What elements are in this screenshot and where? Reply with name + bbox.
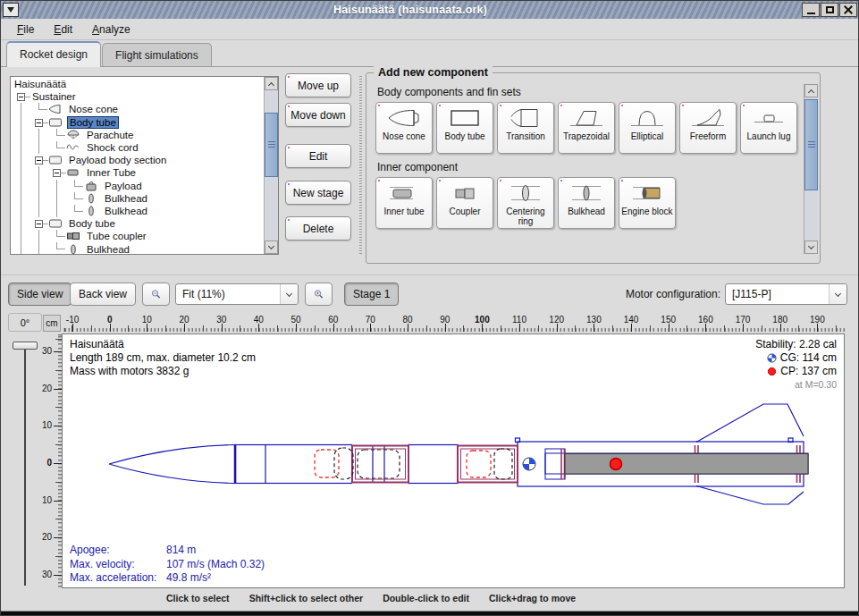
- palette-button-label: Coupler: [449, 207, 480, 216]
- tree-item-label: Payload: [103, 181, 144, 191]
- view-toolbar: Side view Back view Fit (11%) Stage 1 Mo…: [1, 274, 859, 312]
- palette-button-label: Transition: [506, 131, 545, 141]
- scroll-up-button[interactable]: [804, 84, 818, 97]
- scrollbar-thumb[interactable]: [265, 113, 278, 177]
- tree-guide: [13, 180, 30, 192]
- scroll-up-button[interactable]: [265, 77, 278, 90]
- ruler-label: 200: [841, 315, 845, 325]
- tree-item[interactable]: Body tube: [13, 116, 263, 129]
- rotation-slider-handle[interactable]: [13, 342, 38, 350]
- body-tube-icon: [48, 117, 64, 128]
- zoom-in-button[interactable]: [305, 283, 333, 306]
- scroll-down-button[interactable]: [804, 240, 818, 254]
- tree-expander[interactable]: [13, 90, 30, 103]
- window-menu-icon[interactable]: [3, 3, 19, 17]
- maximize-button[interactable]: [821, 3, 838, 17]
- back-view-button[interactable]: Back view: [70, 283, 136, 306]
- bulkhead-icon: [84, 206, 100, 216]
- component-tree-panel: HaisunäätäSustainerNose coneBody tubePar…: [10, 76, 279, 255]
- design-panel: HaisunäätäSustainerNose coneBody tubePar…: [1, 67, 859, 274]
- tree-scrollbar[interactable]: [264, 77, 278, 254]
- ruler-tick: [445, 324, 446, 332]
- palette-button-label: Inner tube: [383, 207, 424, 216]
- tree-item[interactable]: Parachute: [13, 129, 263, 141]
- bulkhead-button[interactable]: Bulkhead: [558, 177, 615, 229]
- menu-edit[interactable]: Edit: [45, 21, 81, 38]
- centering-ring-button[interactable]: Centering ring: [497, 177, 554, 229]
- ruler-label: 50: [282, 315, 309, 325]
- tree-item[interactable]: Payload: [13, 180, 263, 192]
- tree-item[interactable]: Sustainer: [13, 90, 263, 103]
- elliptical-button[interactable]: Elliptical: [619, 102, 676, 154]
- tree-item-label: Bulkhead: [103, 193, 149, 204]
- move-down-button[interactable]: Move down: [285, 103, 351, 127]
- panel-splitter[interactable]: [358, 76, 363, 255]
- nose-cone-button[interactable]: Nose cone: [375, 102, 433, 154]
- rocket-canvas[interactable]: Haisunäätä Length 189 cm, max. diameter …: [62, 333, 845, 588]
- tree-expander[interactable]: [30, 116, 48, 129]
- transition-button[interactable]: Transition: [497, 102, 554, 154]
- ruler-tick: [54, 351, 62, 352]
- tree-item[interactable]: Bulkhead: [13, 205, 263, 217]
- new-stage-button[interactable]: New stage: [285, 181, 351, 205]
- rotation-slider-track[interactable]: [24, 342, 26, 586]
- minimize-button[interactable]: [802, 3, 820, 17]
- vertical-ruler: -30-20-100102030: [42, 333, 62, 588]
- move-up-button[interactable]: Move up: [285, 73, 351, 97]
- stage-1-toggle[interactable]: Stage 1: [344, 283, 399, 306]
- parachute-icon: [66, 130, 82, 140]
- tab-flight-simulations[interactable]: Flight simulations: [102, 43, 212, 66]
- close-button[interactable]: [839, 3, 857, 17]
- menu-file[interactable]: File: [8, 21, 43, 38]
- side-view-button[interactable]: Side view: [8, 283, 72, 306]
- tree-item[interactable]: Nose cone: [13, 103, 263, 115]
- status-hint: Click+drag to move: [489, 593, 576, 603]
- ruler-label: 130: [580, 315, 607, 325]
- tree-expander[interactable]: [30, 154, 48, 166]
- motor-configuration-combo[interactable]: [J115-P]: [725, 283, 847, 305]
- ruler-label: 70: [357, 315, 383, 325]
- tree-guide: [13, 166, 30, 179]
- tree-expander[interactable]: [30, 217, 48, 230]
- cg-marker: [523, 458, 535, 470]
- delete-button[interactable]: Delete: [285, 216, 351, 240]
- body-tube-button[interactable]: Body tube: [436, 102, 493, 154]
- menu-analyze[interactable]: Analyze: [83, 21, 139, 38]
- scrollbar-thumb[interactable]: [804, 99, 818, 190]
- tree-item[interactable]: Inner Tube: [13, 166, 263, 179]
- launch-lug-button[interactable]: Launch lug: [740, 102, 797, 154]
- ruler-label: 90: [432, 315, 459, 325]
- engine-block-button[interactable]: Engine block: [619, 177, 676, 229]
- zoom-level-combo[interactable]: Fit (11%): [175, 283, 299, 305]
- tree-item[interactable]: Bulkhead: [13, 192, 263, 205]
- tree-item[interactable]: Tube coupler: [13, 230, 263, 242]
- ruler-label: 180: [767, 315, 794, 325]
- freeform-button[interactable]: Freeform: [679, 102, 737, 154]
- ruler-tick: [482, 324, 483, 332]
- coupler-button[interactable]: Coupler: [436, 177, 493, 229]
- tree-item[interactable]: Body tube: [13, 217, 263, 230]
- tab-rocket-design[interactable]: Rocket design: [6, 41, 101, 67]
- zoom-out-button[interactable]: [142, 283, 170, 306]
- inner-tube-button[interactable]: Inner tube: [375, 177, 433, 229]
- tree-item[interactable]: Shock cord: [13, 141, 263, 154]
- chevron-down-icon[interactable]: [829, 284, 846, 304]
- trapezoidal-button[interactable]: Trapezoidal: [558, 102, 615, 154]
- palette-scrollbar[interactable]: [804, 84, 818, 254]
- tube-coupler-icon: [66, 231, 82, 241]
- chevron-down-icon[interactable]: [280, 284, 298, 304]
- tree-item[interactable]: Bulkhead: [13, 242, 263, 255]
- tree-item[interactable]: Haisunäätä: [13, 78, 263, 90]
- engine-block-icon: [629, 181, 665, 205]
- taskbar-strip: [1, 611, 859, 616]
- tree-guide: [48, 205, 66, 217]
- ruler-tick: [594, 324, 594, 332]
- tree-item[interactable]: Payload body section: [13, 154, 263, 166]
- scroll-down-button[interactable]: [265, 240, 278, 254]
- ruler-label: 30: [42, 570, 52, 579]
- edit-button[interactable]: Edit: [285, 144, 351, 168]
- title-bar[interactable]: Haisunäätä (haisunaata.ork): [1, 1, 858, 19]
- body-tube-2: [408, 445, 458, 484]
- ruler-tick: [333, 324, 334, 332]
- tree-expander[interactable]: [48, 166, 66, 179]
